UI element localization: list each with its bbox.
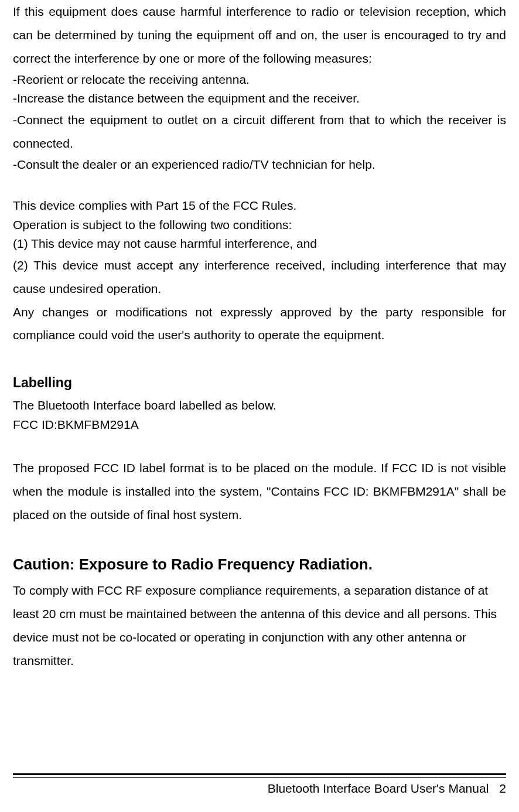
page-footer: Bluetooth Interface Board User's Manual … — [13, 773, 506, 796]
spacer — [13, 434, 506, 456]
page-content: If this equipment does cause harmful int… — [13, 0, 506, 812]
bullet-2: -Increase the distance between the equip… — [13, 89, 506, 108]
page-number: 2 — [499, 782, 506, 796]
labelling-fccid: FCC ID:BKMFBM291A — [13, 415, 506, 435]
bullet-3: -Connect the equipment to outlet on a ci… — [13, 108, 506, 155]
complies-text: This device complies with Part 15 of the… — [13, 196, 506, 216]
spacer — [13, 527, 506, 549]
spacer — [13, 347, 506, 369]
footer-rule-thick — [13, 773, 506, 775]
changes-text: Any changes or modifications not express… — [13, 301, 506, 347]
operation-text: Operation is subject to the following tw… — [13, 216, 506, 235]
caution-heading: Caution: Exposure to Radio Frequency Rad… — [13, 550, 506, 579]
caution-paragraph: To comply with FCC RF exposure complianc… — [13, 579, 506, 673]
footer-title: Bluetooth Interface Board User's Manual — [268, 782, 489, 796]
intro-paragraph: If this equipment does cause harmful int… — [13, 0, 506, 70]
bullet-1: -Reorient or relocate the receiving ante… — [13, 70, 506, 90]
spacer — [13, 174, 506, 196]
condition-1: (1) This device may not cause harmful in… — [13, 234, 506, 254]
condition-2: (2) This device must accept any interfer… — [13, 254, 506, 301]
labelling-heading: Labelling — [13, 370, 506, 396]
labelling-line1: The Bluetooth Interface board labelled a… — [13, 396, 506, 415]
labelling-paragraph: The proposed FCC ID label format is to b… — [13, 456, 506, 527]
footer-row: Bluetooth Interface Board User's Manual … — [13, 778, 506, 796]
bullet-4: -Consult the dealer or an experienced ra… — [13, 155, 506, 175]
